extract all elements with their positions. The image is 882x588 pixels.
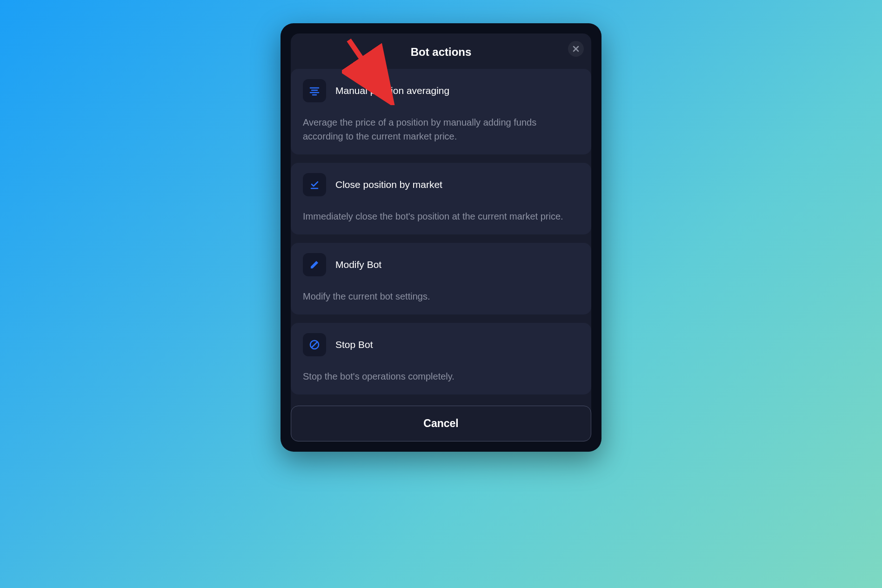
action-title: Stop Bot <box>335 339 373 350</box>
pencil-icon <box>303 253 326 276</box>
action-header: Manual position averaging <box>303 79 579 102</box>
actions-list: Manual position averaging Average the pr… <box>291 69 591 441</box>
action-title: Modify Bot <box>335 259 381 270</box>
action-header: Modify Bot <box>303 253 579 276</box>
prohibit-icon <box>303 333 326 356</box>
modal-inner: Bot actions <box>291 33 591 441</box>
action-description: Average the price of a position by manua… <box>303 115 579 143</box>
action-header: Stop Bot <box>303 333 579 356</box>
action-title: Close position by market <box>335 179 442 190</box>
svg-line-6 <box>312 342 317 347</box>
action-modify-bot[interactable]: Modify Bot Modify the current bot settin… <box>291 243 591 314</box>
action-title: Manual position averaging <box>335 85 449 96</box>
close-icon <box>573 46 579 52</box>
action-description: Stop the bot's operations completely. <box>303 369 579 383</box>
action-description: Modify the current bot settings. <box>303 289 579 303</box>
action-close-position-by-market[interactable]: Close position by market Immediately clo… <box>291 163 591 234</box>
check-underline-icon <box>303 173 326 196</box>
modal-header: Bot actions <box>291 33 591 69</box>
action-description: Immediately close the bot's position at … <box>303 209 579 223</box>
cancel-button[interactable]: Cancel <box>291 406 591 441</box>
action-manual-position-averaging[interactable]: Manual position averaging Average the pr… <box>291 69 591 154</box>
modal-title: Bot actions <box>411 46 472 59</box>
bot-actions-modal: Bot actions <box>281 23 601 452</box>
close-button[interactable] <box>568 41 584 57</box>
action-stop-bot[interactable]: Stop Bot Stop the bot's operations compl… <box>291 323 591 394</box>
action-header: Close position by market <box>303 173 579 196</box>
lines-center-icon <box>303 79 326 102</box>
